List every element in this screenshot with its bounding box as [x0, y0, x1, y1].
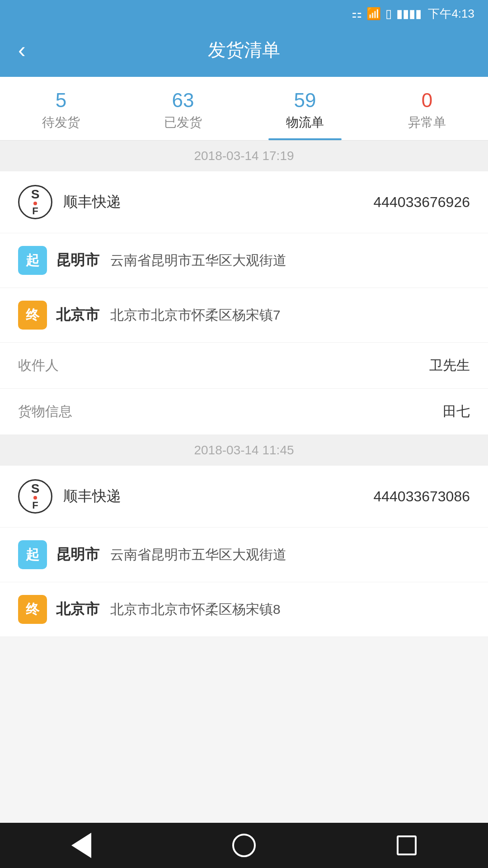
app-header: ‹ 发货清单	[0, 27, 488, 77]
home-circle-icon	[232, 834, 256, 857]
recipient-label-1: 收件人	[18, 356, 59, 375]
tab-pending[interactable]: 5 待发货	[0, 77, 122, 140]
carrier-name-1: 顺丰快递	[63, 192, 373, 212]
tab-bar: 5 待发货 63 已发货 59 物流单 0 异常单	[0, 77, 488, 141]
shipment-card-1: S F 顺丰快递 444033676926 起 昆明市 云南省昆明市五华区大观街…	[0, 171, 488, 435]
cargo-row-1: 货物信息 田七	[0, 389, 488, 435]
destination-row-2: 终 北京市 北京市北京市怀柔区杨宋镇8	[0, 582, 488, 637]
destination-city-2: 北京市	[56, 599, 99, 619]
back-triangle-icon	[71, 833, 91, 858]
tracking-number-1: 444033676926	[373, 194, 470, 211]
origin-badge-2: 起	[18, 540, 47, 569]
sf-express-logo: S F	[18, 185, 52, 219]
bottom-nav	[0, 823, 488, 868]
cargo-value-1: 田七	[443, 402, 470, 421]
status-bar: ⚏ 📶 ▯ ▮▮▮▮ 下午4:13	[0, 0, 488, 27]
cargo-label-1: 货物信息	[18, 402, 72, 421]
wifi-icon: 📶	[366, 7, 381, 21]
destination-city-1: 北京市	[56, 305, 99, 325]
recent-square-icon	[397, 835, 417, 855]
recipient-row-1: 收件人 卫先生	[0, 343, 488, 389]
destination-address-2: 北京市北京市怀柔区杨宋镇8	[110, 600, 281, 619]
tab-abnormal[interactable]: 0 异常单	[366, 77, 488, 140]
shipment-card-2: S F 顺丰快递 444033673086 起 昆明市 云南省昆明市五华区大观街…	[0, 466, 488, 637]
tab-sent-label: 已发货	[164, 114, 202, 131]
back-button[interactable]: ‹	[18, 37, 26, 63]
tracking-number-2: 444033673086	[373, 488, 470, 505]
page-title: 发货清单	[208, 38, 280, 62]
tab-sent-count: 63	[172, 90, 194, 111]
origin-badge-1: 起	[18, 246, 47, 275]
nav-home-button[interactable]	[230, 832, 258, 859]
recipient-value-1: 卫先生	[429, 356, 470, 375]
destination-badge-2: 终	[18, 595, 47, 624]
tab-pending-label: 待发货	[42, 114, 80, 131]
battery-icon: ▮▮▮▮	[396, 7, 422, 21]
destination-row-1: 终 北京市 北京市北京市怀柔区杨宋镇7	[0, 288, 488, 343]
origin-address-1: 云南省昆明市五华区大观街道	[110, 251, 286, 270]
tab-abnormal-count: 0	[422, 90, 432, 111]
status-icons: ⚏ 📶 ▯ ▮▮▮▮	[352, 7, 422, 21]
date-separator-1: 2018-03-14 17:19	[0, 141, 488, 171]
sim-icon: ▯	[385, 7, 392, 21]
carrier-name-2: 顺丰快递	[63, 486, 373, 506]
destination-address-1: 北京市北京市怀柔区杨宋镇7	[110, 306, 281, 325]
nav-back-button[interactable]	[68, 832, 95, 859]
nav-recent-button[interactable]	[393, 832, 420, 859]
vibrate-icon: ⚏	[352, 7, 362, 21]
date-separator-2: 2018-03-14 11:45	[0, 435, 488, 466]
tab-abnormal-label: 异常单	[408, 114, 446, 131]
origin-address-2: 云南省昆明市五华区大观街道	[110, 546, 286, 564]
tab-sent[interactable]: 63 已发货	[122, 77, 244, 140]
origin-row-2: 起 昆明市 云南省昆明市五华区大观街道	[0, 528, 488, 582]
tab-logistics[interactable]: 59 物流单	[244, 77, 366, 140]
origin-city-1: 昆明市	[56, 250, 99, 270]
origin-row-1: 起 昆明市 云南省昆明市五华区大观街道	[0, 233, 488, 288]
tab-pending-count: 5	[56, 90, 66, 111]
sf-express-logo-2: S F	[18, 479, 52, 514]
carrier-row-2: S F 顺丰快递 444033673086	[0, 466, 488, 528]
origin-city-2: 昆明市	[56, 545, 99, 565]
tab-logistics-label: 物流单	[286, 114, 324, 131]
destination-badge-1: 终	[18, 301, 47, 330]
tab-logistics-count: 59	[294, 90, 316, 111]
status-time: 下午4:13	[428, 6, 474, 22]
carrier-row-1: S F 顺丰快递 444033676926	[0, 171, 488, 233]
